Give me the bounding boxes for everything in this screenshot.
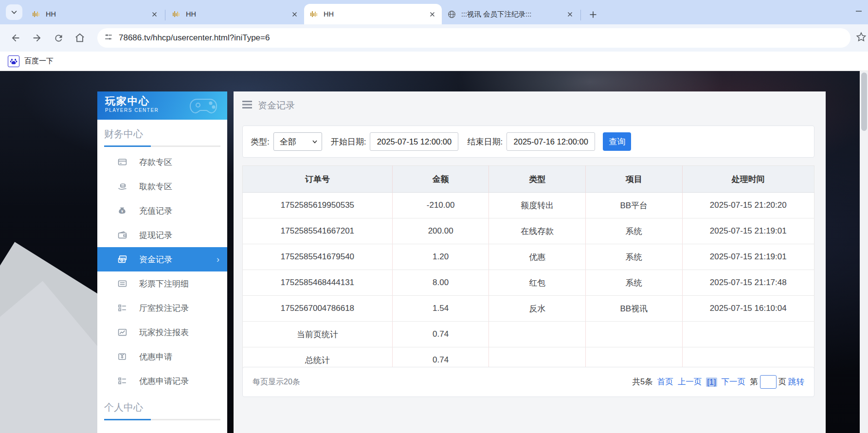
- end-date-label: 结束日期:: [467, 136, 503, 147]
- list-icon: [118, 279, 127, 289]
- type-label: 类型:: [251, 136, 270, 147]
- sidebar-item-label: 资金记录: [139, 254, 172, 265]
- home-button[interactable]: [73, 31, 87, 45]
- jump-suffix-label: 页: [778, 377, 787, 387]
- browser-toolbar: 78686.tv/hhcp/usercenter.html?iniType=6: [0, 24, 868, 52]
- table-cell: BB视讯: [585, 296, 682, 322]
- tab-separator: [580, 10, 581, 20]
- hh-logo-icon: [310, 10, 319, 18]
- sidebar-item-label: 优惠申请记录: [139, 376, 189, 387]
- scrollbar-track[interactable]: [860, 71, 868, 433]
- sidebar-item-9[interactable]: 优惠申请记录›: [97, 369, 227, 393]
- gamepad-icon: [187, 95, 221, 119]
- sidebar-item-6[interactable]: 厅室投注记录›: [97, 296, 227, 320]
- section-underline: [104, 145, 220, 147]
- scrollbar-thumb[interactable]: [861, 72, 867, 131]
- sidebar-item-label: 取款专区: [139, 181, 172, 192]
- current-page-indicator: [1]: [706, 378, 717, 387]
- browser-tab-1[interactable]: HH: [166, 4, 304, 24]
- back-button[interactable]: [9, 31, 22, 45]
- sidebar-item-label: 优惠申请: [139, 351, 172, 362]
- site-info-icon[interactable]: [104, 33, 113, 43]
- minimize-button[interactable]: [853, 8, 864, 15]
- sidebar-item-label: 充值记录: [139, 205, 172, 216]
- sidebar-item-4[interactable]: 资金记录›: [97, 247, 227, 271]
- browser-tab-2[interactable]: HH: [304, 4, 442, 24]
- hand-icon: [118, 181, 127, 191]
- tab-title: HH: [186, 10, 289, 18]
- start-date-input[interactable]: [370, 132, 458, 151]
- card-icon: [118, 157, 127, 167]
- table-cell: 2025-07-15 21:19:01: [682, 244, 814, 270]
- sidebar-item-5[interactable]: 彩票下注明细›: [97, 271, 227, 296]
- checklist-icon: [118, 303, 127, 313]
- table-cell: 系统: [585, 270, 682, 296]
- first-page-link[interactable]: 首页: [657, 377, 673, 387]
- type-select[interactable]: 全部: [273, 132, 322, 151]
- hh-logo-icon: [172, 10, 181, 18]
- table-cell: 2025-07-15 21:20:20: [682, 193, 814, 218]
- pagination-bar: 每页显示20条 共5条 首页 上一页 [1] 下一页 第 页 跳转: [242, 367, 814, 397]
- section-underline: [104, 419, 220, 420]
- address-bar[interactable]: 78686.tv/hhcp/usercenter.html?iniType=6: [97, 28, 850, 48]
- prev-page-link[interactable]: 上一页: [678, 377, 702, 387]
- sidebar-item-7[interactable]: 玩家投注报表›: [97, 320, 227, 344]
- new-tab-button[interactable]: [586, 7, 600, 22]
- browser-window: HHHHHH:::视讯 会员下注纪录::: 78686.tv/hhcp/user…: [0, 0, 868, 433]
- chevron-right-icon: ›: [217, 254, 219, 265]
- sidebar-item-1[interactable]: 取款专区›: [97, 174, 227, 198]
- table-cell: [585, 322, 682, 347]
- type-select-value: 全部: [280, 136, 296, 147]
- jump-page-input[interactable]: [760, 375, 777, 389]
- sidebar-item-8[interactable]: 优惠申请›: [97, 344, 227, 369]
- table-cell: -210.00: [392, 193, 489, 218]
- tab-title: HH: [324, 10, 426, 18]
- next-page-link[interactable]: 下一页: [722, 377, 746, 387]
- hamburger-icon: [242, 101, 252, 110]
- chart-icon: [118, 327, 127, 337]
- query-button[interactable]: 查询: [603, 132, 631, 151]
- table-cell: 1752585541667201: [243, 218, 393, 244]
- hh-logo-icon: [32, 10, 41, 18]
- tab-close-icon[interactable]: [426, 8, 438, 20]
- url-text[interactable]: 78686.tv/hhcp/usercenter.html?iniType=6: [119, 33, 270, 43]
- tab-close-icon[interactable]: [148, 8, 160, 20]
- jump-prefix-label: 第: [750, 377, 758, 387]
- page-header: 资金记录: [234, 91, 826, 120]
- table-cell: 反水: [489, 296, 586, 322]
- start-date-label: 开始日期:: [331, 136, 366, 147]
- browser-tab-3[interactable]: :::视讯 会员下注纪录:::: [442, 4, 579, 24]
- end-date-input[interactable]: [506, 132, 595, 151]
- tab-search-chevron-icon[interactable]: [6, 4, 22, 20]
- player-center-sidebar: 玩家中心 PLAYERS CENTER 财务中心 存款专区›取款专区›¥充值记录…: [97, 91, 227, 433]
- table-cell: 1752585541679540: [243, 244, 393, 270]
- table-cell: 2025-07-15 21:19:01: [682, 218, 814, 244]
- section-personal-title: 个人中心: [104, 401, 220, 414]
- wallet-icon: [118, 230, 127, 240]
- table-cell: 1752567004786618: [243, 296, 393, 322]
- page-viewport: 玩家中心 PLAYERS CENTER 财务中心 存款专区›取款专区›¥充值记录…: [0, 71, 868, 433]
- table-cell: 优惠: [489, 244, 586, 270]
- bag-icon: ¥: [118, 206, 127, 216]
- tab-close-icon[interactable]: [289, 8, 300, 20]
- bookmark-item[interactable]: 百度一下: [24, 56, 54, 66]
- fund-records-table: 订单号金额类型项目处理时间 1752585619950535-210.00额度转…: [242, 165, 814, 373]
- sidebar-header: 玩家中心 PLAYERS CENTER: [97, 91, 227, 120]
- filter-bar: 类型: 全部 开始日期: 结束日期: 查询: [242, 126, 814, 158]
- bookmark-star-icon[interactable]: [855, 31, 868, 44]
- table-cell: 2025-07-15 16:10:04: [682, 296, 814, 322]
- sidebar-item-0[interactable]: 存款专区›: [97, 150, 227, 174]
- reload-button[interactable]: [52, 31, 65, 45]
- tab-title: :::视讯 会员下注纪录:::: [461, 10, 564, 19]
- jump-button[interactable]: 跳转: [788, 377, 804, 387]
- forward-button[interactable]: [30, 31, 44, 45]
- sidebar-item-3[interactable]: 提现记录›: [97, 223, 227, 247]
- column-header-4: 处理时间: [682, 166, 814, 193]
- browser-tab-0[interactable]: HH: [26, 4, 164, 24]
- tab-close-icon[interactable]: [564, 8, 576, 20]
- funds-icon: [118, 254, 127, 264]
- section-finance-title: 财务中心: [104, 127, 220, 141]
- sidebar-item-2[interactable]: ¥充值记录›: [97, 198, 227, 223]
- sidebar-item-label: 厅室投注记录: [139, 303, 189, 314]
- table-row: 17525854684441318.00红包系统2025-07-15 21:17…: [243, 270, 814, 296]
